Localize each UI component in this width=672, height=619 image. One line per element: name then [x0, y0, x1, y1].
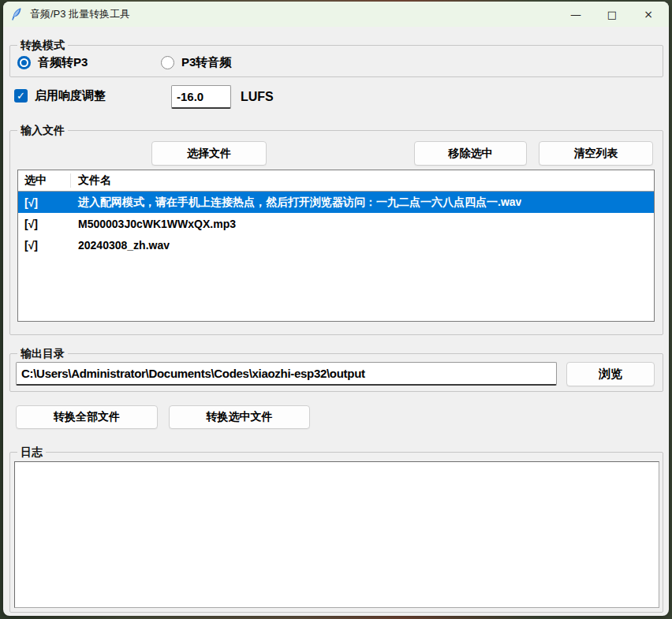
loudness-checkbox-row[interactable]: ✓ 启用响度调整 — [14, 88, 106, 103]
select-files-button[interactable]: 选择文件 — [151, 141, 267, 166]
loudness-checkbox-label[interactable]: 启用响度调整 — [35, 88, 106, 103]
clear-list-button[interactable]: 清空列表 — [539, 141, 653, 166]
app-window: 音频/P3 批量转换工具 — □ × 转换模式 音频转P3 P3转音频 ✓ 启用… — [3, 2, 669, 616]
radio-button-icon[interactable] — [161, 56, 174, 69]
input-files-group-label: 输入文件 — [17, 123, 68, 137]
log-textarea[interactable] — [14, 461, 659, 608]
title-bar: 音频/P3 批量转换工具 — □ × — [3, 2, 669, 27]
log-group-label: 日志 — [17, 445, 46, 459]
header-checked-column[interactable]: 选中 — [18, 173, 72, 188]
row-filename[interactable]: M500003J0cWK1WWxQX.mp3 — [72, 218, 236, 230]
browse-button[interactable]: 浏览 — [566, 362, 655, 386]
convert-selected-button[interactable]: 转换选中文件 — [169, 405, 310, 429]
radio-label[interactable]: P3转音频 — [181, 55, 231, 70]
close-button[interactable]: × — [630, 2, 666, 27]
row-check-mark[interactable]: [√] — [18, 218, 72, 230]
file-table-header[interactable]: 选中 文件名 — [18, 170, 654, 192]
convert-all-button[interactable]: 转换全部文件 — [16, 405, 158, 429]
remove-selected-button[interactable]: 移除选中 — [414, 141, 527, 166]
file-table[interactable]: 选中 文件名 [√]进入配网模式，请在手机上连接热点，然后打开浏览器访问：一九二… — [17, 170, 655, 322]
header-filename-column[interactable]: 文件名 — [72, 173, 111, 188]
row-check-mark[interactable]: [√] — [18, 239, 72, 252]
maximize-button[interactable]: □ — [594, 2, 630, 27]
lufs-value-input[interactable]: -16.0 — [171, 85, 231, 109]
table-row[interactable]: [√]进入配网模式，请在手机上连接热点，然后打开浏览器访问：一九二点一六八点四点… — [18, 192, 654, 213]
radio-button-icon[interactable] — [17, 56, 31, 69]
file-table-body: [√]进入配网模式，请在手机上连接热点，然后打开浏览器访问：一九二点一六八点四点… — [18, 192, 654, 255]
mode-groupbox: 转换模式 — [9, 45, 663, 77]
tk-feather-icon — [10, 7, 23, 21]
table-row[interactable]: [√]20240308_zh.wav — [18, 234, 654, 255]
window-title: 音频/P3 批量转换工具 — [30, 7, 130, 21]
row-filename[interactable]: 进入配网模式，请在手机上连接热点，然后打开浏览器访问：一九二点一六八点四点一.w… — [72, 196, 521, 210]
row-filename[interactable]: 20240308_zh.wav — [72, 239, 170, 252]
table-row[interactable]: [√]M500003J0cWK1WWxQX.mp3 — [18, 213, 654, 234]
radio-label[interactable]: 音频转P3 — [38, 55, 88, 70]
mode-group-label: 转换模式 — [17, 38, 68, 52]
row-check-mark[interactable]: [√] — [18, 196, 72, 209]
output-dir-group-label: 输出目录 — [17, 346, 68, 360]
output-path-input[interactable]: C:\Users\Administrator\Documents\Codes\x… — [16, 362, 557, 386]
radio-p3-to-audio[interactable]: P3转音频 — [161, 55, 231, 70]
loudness-checkbox[interactable]: ✓ — [14, 89, 28, 103]
window-controls: — □ × — [558, 2, 666, 27]
lufs-unit-label: LUFS — [241, 90, 274, 104]
radio-audio-to-p3[interactable]: 音频转P3 — [17, 55, 88, 70]
column-separator — [70, 173, 71, 188]
minimize-button[interactable]: — — [558, 2, 594, 27]
